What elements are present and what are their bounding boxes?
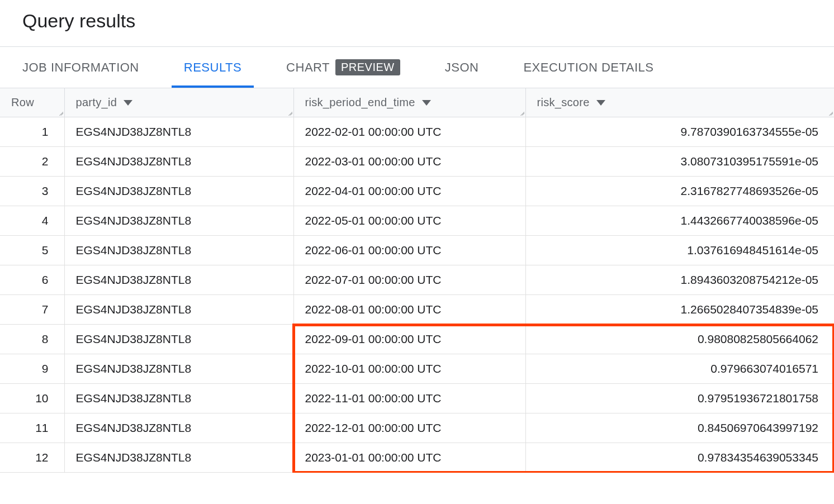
risk-period-end-time-cell: 2023-01-01 00:00:00 UTC [293, 443, 525, 473]
party-id-cell: EGS4NJD38JZ8NTL8 [64, 384, 293, 413]
column-header-party-id[interactable]: party_id [64, 88, 293, 117]
preview-badge: PREVIEW [335, 59, 400, 75]
risk-period-end-time-cell: 2022-11-01 00:00:00 UTC [293, 384, 525, 413]
row-number-cell: 5 [0, 236, 64, 265]
risk-score-cell: 9.7870390163734555e-05 [525, 117, 834, 147]
party-id-cell: EGS4NJD38JZ8NTL8 [64, 236, 293, 265]
column-label: risk_period_end_time [305, 96, 415, 109]
tab-job-information[interactable]: JOB INFORMATION [22, 48, 139, 87]
risk-period-end-time-cell: 2022-07-01 00:00:00 UTC [293, 265, 525, 295]
tab-bar: JOB INFORMATION RESULTS CHART PREVIEW JS… [0, 46, 834, 88]
risk-period-end-time-cell: 2022-09-01 00:00:00 UTC [293, 325, 525, 354]
table-row[interactable]: 8EGS4NJD38JZ8NTL82022-09-01 00:00:00 UTC… [0, 325, 834, 354]
risk-score-cell: 0.84506970643997192 [525, 413, 834, 443]
risk-period-end-time-cell: 2022-02-01 00:00:00 UTC [293, 117, 525, 147]
sort-icon[interactable] [124, 100, 132, 106]
table-row[interactable]: 10EGS4NJD38JZ8NTL82022-11-01 00:00:00 UT… [0, 384, 834, 413]
sort-icon[interactable] [596, 100, 605, 106]
column-label: party_id [76, 96, 117, 109]
tab-results[interactable]: RESULTS [184, 48, 241, 87]
party-id-cell: EGS4NJD38JZ8NTL8 [64, 325, 293, 354]
column-header-risk-score[interactable]: risk_score [525, 88, 834, 117]
risk-score-cell: 1.8943603208754212e-05 [525, 265, 834, 295]
risk-score-cell: 1.037616948451614e-05 [525, 236, 834, 265]
row-number-cell: 10 [0, 384, 64, 413]
party-id-cell: EGS4NJD38JZ8NTL8 [64, 443, 293, 473]
party-id-cell: EGS4NJD38JZ8NTL8 [64, 117, 293, 147]
row-number-cell: 2 [0, 147, 64, 177]
sort-icon[interactable] [422, 100, 431, 106]
table-row[interactable]: 4EGS4NJD38JZ8NTL82022-05-01 00:00:00 UTC… [0, 206, 834, 236]
column-resize-handle[interactable] [519, 110, 524, 116]
tab-chart[interactable]: CHART PREVIEW [286, 47, 400, 88]
risk-score-cell: 0.98080825805664062 [525, 325, 834, 354]
row-number-cell: 1 [0, 117, 64, 147]
party-id-cell: EGS4NJD38JZ8NTL8 [64, 265, 293, 295]
risk-period-end-time-cell: 2022-10-01 00:00:00 UTC [293, 354, 525, 384]
party-id-cell: EGS4NJD38JZ8NTL8 [64, 413, 293, 443]
table-row[interactable]: 11EGS4NJD38JZ8NTL82022-12-01 00:00:00 UT… [0, 413, 834, 443]
table-row[interactable]: 3EGS4NJD38JZ8NTL82022-04-01 00:00:00 UTC… [0, 177, 834, 206]
table-row[interactable]: 1EGS4NJD38JZ8NTL82022-02-01 00:00:00 UTC… [0, 117, 834, 147]
party-id-cell: EGS4NJD38JZ8NTL8 [64, 206, 293, 236]
column-label: Row [11, 96, 34, 109]
table-row[interactable]: 2EGS4NJD38JZ8NTL82022-03-01 00:00:00 UTC… [0, 147, 834, 177]
risk-score-cell: 0.97834354639053345 [525, 443, 834, 473]
column-header-row[interactable]: Row [0, 88, 64, 117]
tab-execution-details[interactable]: EXECUTION DETAILS [523, 48, 653, 87]
risk-score-cell: 2.3167827748693526e-05 [525, 177, 834, 206]
party-id-cell: EGS4NJD38JZ8NTL8 [64, 177, 293, 206]
party-id-cell: EGS4NJD38JZ8NTL8 [64, 354, 293, 384]
row-number-cell: 4 [0, 206, 64, 236]
party-id-cell: EGS4NJD38JZ8NTL8 [64, 147, 293, 177]
risk-period-end-time-cell: 2022-05-01 00:00:00 UTC [293, 206, 525, 236]
risk-period-end-time-cell: 2022-06-01 00:00:00 UTC [293, 236, 525, 265]
row-number-cell: 7 [0, 295, 64, 325]
column-resize-handle[interactable] [58, 110, 63, 116]
risk-period-end-time-cell: 2022-12-01 00:00:00 UTC [293, 413, 525, 443]
column-label: risk_score [537, 96, 590, 109]
table-row[interactable]: 7EGS4NJD38JZ8NTL82022-08-01 00:00:00 UTC… [0, 295, 834, 325]
column-header-risk-period-end-time[interactable]: risk_period_end_time [293, 88, 525, 117]
table-row[interactable]: 5EGS4NJD38JZ8NTL82022-06-01 00:00:00 UTC… [0, 236, 834, 265]
risk-period-end-time-cell: 2022-03-01 00:00:00 UTC [293, 147, 525, 177]
risk-score-cell: 1.2665028407354839e-05 [525, 295, 834, 325]
page-title: Query results [22, 10, 812, 32]
risk-score-cell: 1.4432667740038596e-05 [525, 206, 834, 236]
row-number-cell: 8 [0, 325, 64, 354]
risk-score-cell: 3.0807310395175591e-05 [525, 147, 834, 177]
tab-chart-label: CHART [286, 60, 330, 75]
risk-period-end-time-cell: 2022-04-01 00:00:00 UTC [293, 177, 525, 206]
table-row[interactable]: 9EGS4NJD38JZ8NTL82022-10-01 00:00:00 UTC… [0, 354, 834, 384]
risk-score-cell: 0.979663074016571 [525, 354, 834, 384]
tab-json[interactable]: JSON [445, 48, 479, 87]
results-table-container: Row party_id risk_period_end_time [0, 88, 834, 473]
results-table: Row party_id risk_period_end_time [0, 88, 834, 473]
row-number-cell: 3 [0, 177, 64, 206]
party-id-cell: EGS4NJD38JZ8NTL8 [64, 295, 293, 325]
risk-period-end-time-cell: 2022-08-01 00:00:00 UTC [293, 295, 525, 325]
risk-score-cell: 0.97951936721801758 [525, 384, 834, 413]
table-row[interactable]: 12EGS4NJD38JZ8NTL82023-01-01 00:00:00 UT… [0, 443, 834, 473]
row-number-cell: 9 [0, 354, 64, 384]
column-resize-handle[interactable] [287, 110, 292, 116]
row-number-cell: 6 [0, 265, 64, 295]
column-resize-handle[interactable] [827, 110, 833, 116]
table-row[interactable]: 6EGS4NJD38JZ8NTL82022-07-01 00:00:00 UTC… [0, 265, 834, 295]
row-number-cell: 12 [0, 443, 64, 473]
row-number-cell: 11 [0, 413, 64, 443]
